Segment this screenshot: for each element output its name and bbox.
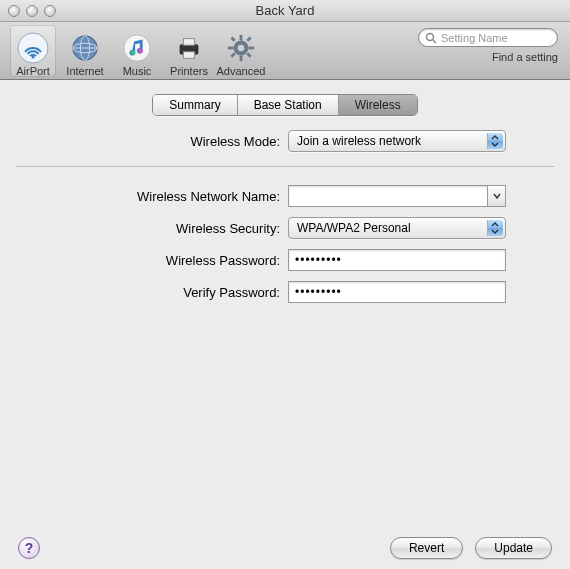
tab-segmented-control: Summary Base Station Wireless <box>152 94 417 116</box>
close-window-button[interactable] <box>8 5 20 17</box>
content-pane: Summary Base Station Wireless Wireless M… <box>0 80 570 525</box>
svg-rect-18 <box>246 52 251 57</box>
help-button[interactable]: ? <box>18 537 40 559</box>
svg-rect-10 <box>183 38 194 45</box>
zoom-window-button[interactable] <box>44 5 56 17</box>
footer: ? Revert Update <box>0 525 570 569</box>
window-title: Back Yard <box>0 3 570 18</box>
find-setting-label: Find a setting <box>492 51 558 63</box>
toolbar-item-label: Music <box>123 65 152 77</box>
security-popup[interactable]: WPA/WPA2 Personal <box>288 217 506 239</box>
chevron-down-icon[interactable] <box>487 186 505 206</box>
svg-point-21 <box>238 44 245 51</box>
divider <box>16 166 554 167</box>
printer-icon <box>172 31 206 65</box>
toolbar-item-label: Printers <box>170 65 208 77</box>
svg-rect-11 <box>183 51 194 58</box>
toolbar-item-printers[interactable]: Printers <box>166 25 212 77</box>
svg-rect-20 <box>230 52 235 57</box>
toolbar-item-label: Internet <box>66 65 103 77</box>
update-button[interactable]: Update <box>475 537 552 559</box>
svg-rect-17 <box>230 36 235 41</box>
wireless-mode-popup[interactable]: Join a wireless network <box>288 130 506 152</box>
svg-rect-19 <box>246 36 251 41</box>
revert-button[interactable]: Revert <box>390 537 463 559</box>
toolbar-item-label: Advanced <box>217 65 266 77</box>
svg-point-6 <box>124 34 150 60</box>
svg-rect-15 <box>228 46 234 49</box>
music-icon <box>120 31 154 65</box>
toolbar-item-music[interactable]: Music <box>114 25 160 77</box>
tab-base-station[interactable]: Base Station <box>238 95 339 115</box>
globe-icon <box>68 31 102 65</box>
verify-password-input[interactable] <box>295 285 499 299</box>
wireless-mode-value: Join a wireless network <box>297 134 421 148</box>
password-field[interactable] <box>288 249 506 271</box>
svg-point-1 <box>32 55 35 58</box>
help-icon: ? <box>25 540 34 556</box>
traffic-lights <box>0 5 56 17</box>
verify-password-label: Verify Password: <box>16 285 288 300</box>
gear-icon <box>224 31 258 65</box>
svg-line-23 <box>433 40 436 43</box>
svg-rect-14 <box>240 55 243 61</box>
svg-point-7 <box>138 48 143 53</box>
verify-password-field[interactable] <box>288 281 506 303</box>
minimize-window-button[interactable] <box>26 5 38 17</box>
search-field[interactable] <box>418 28 558 47</box>
svg-rect-16 <box>249 46 255 49</box>
search-input[interactable] <box>441 32 551 44</box>
tab-wireless[interactable]: Wireless <box>339 95 417 115</box>
svg-rect-13 <box>240 34 243 40</box>
wireless-mode-label: Wireless Mode: <box>16 134 288 149</box>
svg-point-8 <box>131 50 136 55</box>
password-label: Wireless Password: <box>16 253 288 268</box>
airport-icon <box>16 31 50 65</box>
search-icon <box>425 32 437 44</box>
toolbar-item-airport[interactable]: AirPort <box>10 25 56 77</box>
toolbar-item-label: AirPort <box>16 65 50 77</box>
tab-summary[interactable]: Summary <box>153 95 237 115</box>
title-bar: Back Yard <box>0 0 570 22</box>
svg-point-22 <box>427 33 434 40</box>
password-input[interactable] <box>295 253 499 267</box>
network-name-label: Wireless Network Name: <box>16 189 288 204</box>
toolbar-item-internet[interactable]: Internet <box>62 25 108 77</box>
security-value: WPA/WPA2 Personal <box>297 221 411 235</box>
security-label: Wireless Security: <box>16 221 288 236</box>
toolbar-item-advanced[interactable]: Advanced <box>218 25 264 77</box>
network-name-combo[interactable] <box>288 185 506 207</box>
toolbar: AirPort Internet <box>0 22 570 80</box>
